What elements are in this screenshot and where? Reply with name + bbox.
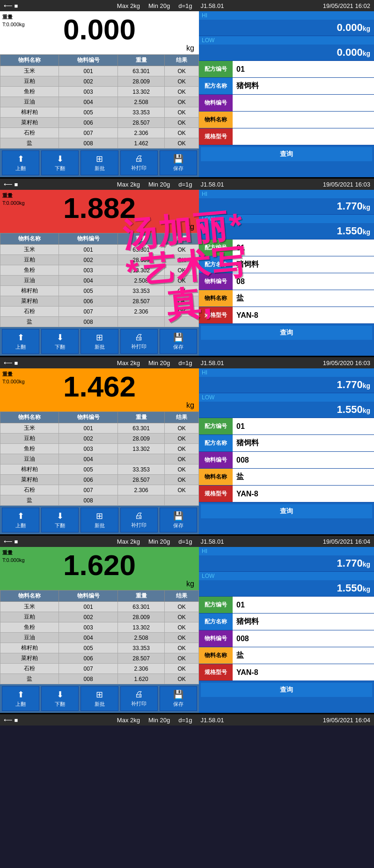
right-info-row-4: 规格型号YAN-8 (199, 307, 374, 324)
table-cell: OK (165, 633, 199, 643)
table-row[interactable]: 豆油0042.508OK (0, 97, 199, 107)
query-button[interactable]: 查询 (201, 504, 372, 518)
action-btn-补打印[interactable]: 🖨 补打印 (120, 150, 158, 175)
table-cell: 001 (59, 423, 117, 434)
action-btn-补打印[interactable]: 🖨 补打印 (120, 686, 158, 711)
table-row[interactable]: 盐0081.620OK (0, 674, 199, 684)
table-cell: 007 (59, 664, 117, 674)
table-header: 重量 (117, 55, 165, 66)
action-btn-上翻[interactable]: ⬆ 上翻 (2, 329, 39, 354)
table-row[interactable]: 豆粕00228.009OK (0, 612, 199, 622)
main-content: 重量 T:0.000kg 0.000 kg 物料名称物料编号重量结果玉米0016… (0, 11, 374, 177)
action-btn-补打印[interactable]: 🖨 补打印 (120, 329, 158, 354)
table-cell: OK (165, 255, 199, 265)
table-row[interactable]: 盐0081.462OK (0, 138, 199, 149)
table-row[interactable]: 石粉0072.306OK (0, 664, 199, 674)
btn-icon: ⬇ (57, 689, 64, 700)
table-cell: 001 (59, 602, 117, 612)
right-info-row-2: 物料编号008 (199, 452, 374, 469)
action-btn-下翻[interactable]: ⬇ 下翻 (41, 150, 79, 175)
btn-label: 保存 (173, 165, 183, 172)
table-row[interactable]: 盐008 (0, 495, 199, 506)
btn-label: 保存 (173, 344, 183, 351)
action-bar: ⬆ 上翻 ⬇ 下翻 ⊞ 新批 🖨 补打印 💾 保存 (0, 149, 199, 177)
table-row[interactable]: 棉籽粕00533.353OK (0, 107, 199, 118)
btn-label: 上翻 (15, 165, 26, 172)
right-label: 规格型号 (199, 664, 233, 681)
table-cell: 006 (59, 296, 117, 307)
table-row[interactable]: 鱼粉00313.302OK (0, 87, 199, 97)
table-header: 重量 (117, 591, 165, 602)
bottom-status-bar: ⟵ ■ Max 2kgMin 20gd=1gJ1.58.01 19/05/202… (0, 714, 374, 726)
table-row[interactable]: 豆油004OK (0, 454, 199, 464)
table-row[interactable]: 菜籽粕00628.507OK (0, 475, 199, 485)
table-row[interactable]: 玉米00163.301OK (0, 602, 199, 612)
table-row[interactable]: 玉米00163.301OK (0, 423, 199, 434)
table-row[interactable]: 玉米00163.301OK (0, 66, 199, 76)
table-row[interactable]: 盐008 (0, 317, 199, 327)
topbar-info: Min 20g (148, 538, 170, 545)
table-row[interactable]: 石粉0072.306OK (0, 307, 199, 317)
action-btn-保存[interactable]: 💾 保存 (160, 508, 197, 532)
table-row[interactable]: 玉米00163.301OK (0, 245, 199, 255)
action-btn-上翻[interactable]: ⬆ 上翻 (2, 686, 39, 711)
table-row[interactable]: 鱼粉00313.302OK (0, 265, 199, 276)
table-cell: 005 (59, 107, 117, 118)
tare-display: T:0.000kg (2, 379, 25, 384)
action-btn-保存[interactable]: 💾 保存 (160, 686, 197, 711)
table-cell: OK (165, 664, 199, 674)
table-row[interactable]: 菜籽粕00628.507OK (0, 653, 199, 664)
btn-label: 新批 (95, 701, 105, 708)
table-row[interactable]: 菜籽粕00628.507OK (0, 296, 199, 307)
table-row[interactable]: 棉籽粕00533.353OK (0, 643, 199, 653)
action-btn-新批[interactable]: ⊞ 新批 (81, 508, 118, 532)
action-btn-下翻[interactable]: ⬇ 下翻 (41, 686, 79, 711)
action-btn-新批[interactable]: ⊞ 新批 (81, 329, 118, 354)
right-label: 物料名称 (199, 290, 233, 307)
table-row[interactable]: 豆油0042.508OK (0, 276, 199, 286)
query-button[interactable]: 查询 (201, 683, 372, 697)
action-btn-上翻[interactable]: ⬆ 上翻 (2, 508, 39, 532)
right-label: 配方名称 (199, 614, 233, 630)
table-row[interactable]: 石粉0072.306OK (0, 128, 199, 138)
query-button[interactable]: 查询 (201, 326, 372, 340)
action-btn-保存[interactable]: 💾 保存 (160, 150, 197, 175)
table-row[interactable]: 豆粕00228.009OK (0, 76, 199, 87)
query-button[interactable]: 查询 (201, 147, 372, 161)
table-row[interactable]: 鱼粉00313.302OK (0, 622, 199, 633)
topbar-datetime: 19/05/2021 16:04 (323, 538, 370, 545)
right-value: YAN-8 (233, 307, 374, 323)
table-row[interactable]: 棉籽粕00533.353OK (0, 286, 199, 296)
table-row[interactable]: 豆粕00228.009OK (0, 434, 199, 444)
right-value: 猪饲料 (233, 256, 374, 273)
table-row[interactable]: 豆粕00228.009OK (0, 255, 199, 265)
table-cell: 豆粕 (0, 255, 59, 265)
action-btn-新批[interactable]: ⊞ 新批 (81, 686, 118, 711)
action-btn-上翻[interactable]: ⬆ 上翻 (2, 150, 39, 175)
table-cell: OK (165, 107, 199, 118)
right-value: 盐 (233, 647, 374, 664)
topbar-info: Max 2kg (117, 181, 140, 188)
table-row[interactable]: 棉籽粕00533.353OK (0, 464, 199, 475)
btn-label: 保存 (173, 522, 183, 529)
table-cell: 63.301 (117, 423, 165, 434)
table-header: 物料编号 (59, 55, 117, 66)
table-row[interactable]: 鱼粉00313.302OK (0, 444, 199, 454)
table-row[interactable]: 石粉0072.306OK (0, 485, 199, 495)
table-cell: 鱼粉 (0, 622, 59, 633)
action-btn-保存[interactable]: 💾 保存 (160, 329, 197, 354)
action-btn-下翻[interactable]: ⬇ 下翻 (41, 329, 79, 354)
table-header: 物料编号 (59, 412, 117, 423)
hi-area: HI1.770kg (199, 190, 374, 215)
action-btn-补打印[interactable]: 🖨 补打印 (120, 508, 158, 532)
table-row[interactable]: 菜籽粕00628.507OK (0, 118, 199, 128)
table-cell: 鱼粉 (0, 265, 59, 276)
action-btn-新批[interactable]: ⊞ 新批 (81, 150, 118, 175)
table-row[interactable]: 豆油0042.508OK (0, 633, 199, 643)
action-bar: ⬆ 上翻 ⬇ 下翻 ⊞ 新批 🖨 补打印 💾 保存 (0, 327, 199, 356)
right-value: 08 (233, 273, 374, 290)
btn-icon: 💾 (173, 332, 183, 343)
action-btn-下翻[interactable]: ⬇ 下翻 (41, 508, 79, 532)
btn-icon: 💾 (173, 689, 183, 700)
btn-label: 保存 (173, 701, 183, 708)
